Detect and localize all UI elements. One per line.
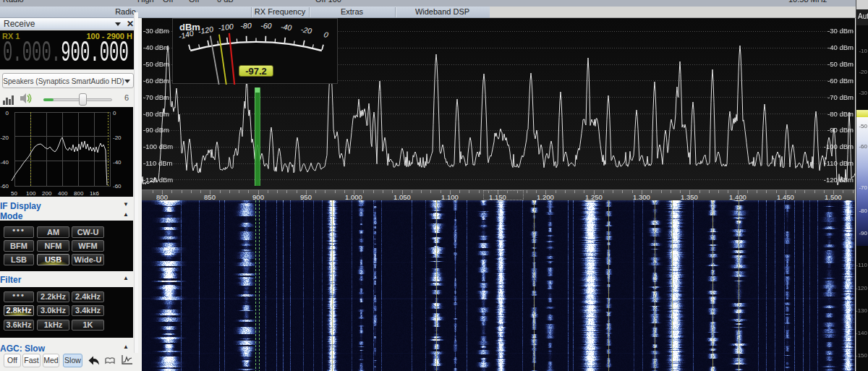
svg-text:-20: -20 (113, 135, 122, 141)
svg-text:-20: -20 (0, 135, 9, 141)
svg-text:-120: -120 (197, 25, 214, 36)
svg-text:-60: -60 (260, 21, 272, 30)
svg-text:-100: -100 (218, 22, 234, 32)
svg-text:-60: -60 (0, 183, 9, 189)
svg-text:50: 50 (11, 190, 17, 197)
svg-text:0: 0 (323, 30, 329, 39)
svg-text:-40: -40 (281, 22, 293, 33)
svg-text:0: 0 (113, 110, 116, 116)
svg-text:-60: -60 (113, 183, 122, 189)
svg-text:-40: -40 (113, 159, 122, 166)
svg-text:-40: -40 (0, 159, 9, 166)
svg-text:400: 400 (58, 190, 68, 197)
svg-text:-20: -20 (300, 25, 312, 35)
svg-text:0: 0 (6, 110, 9, 116)
svg-text:800: 800 (74, 190, 84, 197)
svg-text:1k6: 1k6 (90, 190, 99, 197)
svg-text:200: 200 (42, 190, 52, 197)
svg-text:100: 100 (26, 190, 36, 197)
svg-text:-80: -80 (240, 21, 252, 30)
